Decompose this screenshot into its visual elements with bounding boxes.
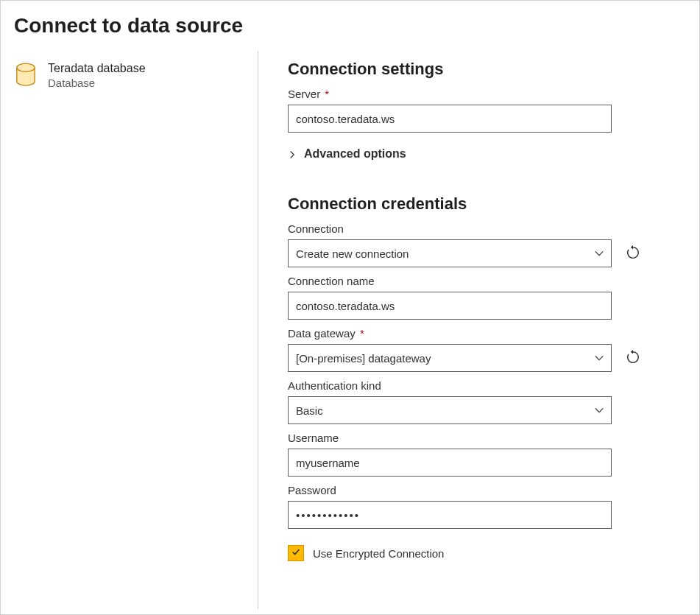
refresh-connection-button[interactable] [625, 245, 641, 261]
sidebar: Teradata database Database [1, 51, 258, 609]
refresh-icon [625, 245, 641, 263]
refresh-icon [625, 349, 641, 368]
username-input[interactable] [288, 449, 612, 477]
data-gateway-select[interactable] [288, 344, 612, 372]
page-title: Connect to data source [1, 1, 699, 51]
server-field: Server * [288, 88, 641, 133]
source-title: Teradata database [48, 61, 146, 77]
connection-name-label: Connection name [288, 275, 641, 287]
data-gateway-label: Data gateway [288, 327, 356, 340]
password-input[interactable] [288, 501, 612, 529]
required-marker: * [360, 327, 364, 340]
username-label: Username [288, 432, 641, 444]
main-panel: Connection settings Server * Advanced op… [258, 51, 699, 609]
refresh-gateway-button[interactable] [625, 350, 641, 366]
body: Teradata database Database Connection se… [1, 51, 699, 609]
server-input[interactable] [288, 105, 612, 133]
auth-kind-field: Authentication kind [288, 379, 641, 424]
connection-field: Connection [288, 222, 641, 267]
password-field: Password [288, 484, 641, 529]
connection-select[interactable] [288, 239, 612, 267]
advanced-options-toggle[interactable]: Advanced options [288, 147, 641, 161]
source-subtitle: Database [48, 77, 146, 89]
encrypted-connection-label: Use Encrypted Connection [313, 547, 444, 560]
database-icon [14, 61, 38, 91]
connection-label: Connection [288, 222, 641, 235]
connection-name-input[interactable] [288, 292, 612, 320]
username-field: Username [288, 432, 641, 477]
password-label: Password [288, 484, 641, 496]
dialog-frame: Connect to data source Teradata database… [0, 0, 700, 615]
chevron-right-icon [288, 149, 298, 159]
server-label: Server [288, 88, 320, 100]
encrypted-connection-checkbox[interactable] [288, 545, 304, 561]
connection-credentials-heading: Connection credentials [288, 194, 670, 214]
data-gateway-field: Data gateway * [288, 327, 641, 372]
data-source-item[interactable]: Teradata database Database [14, 61, 258, 91]
checkmark-icon [291, 547, 301, 560]
auth-kind-label: Authentication kind [288, 379, 641, 392]
encrypted-connection-row: Use Encrypted Connection [288, 545, 670, 561]
connection-settings-heading: Connection settings [288, 60, 670, 79]
connection-name-field: Connection name [288, 275, 641, 320]
required-marker: * [325, 88, 329, 100]
auth-kind-select[interactable] [288, 396, 612, 424]
advanced-options-label: Advanced options [304, 147, 406, 161]
